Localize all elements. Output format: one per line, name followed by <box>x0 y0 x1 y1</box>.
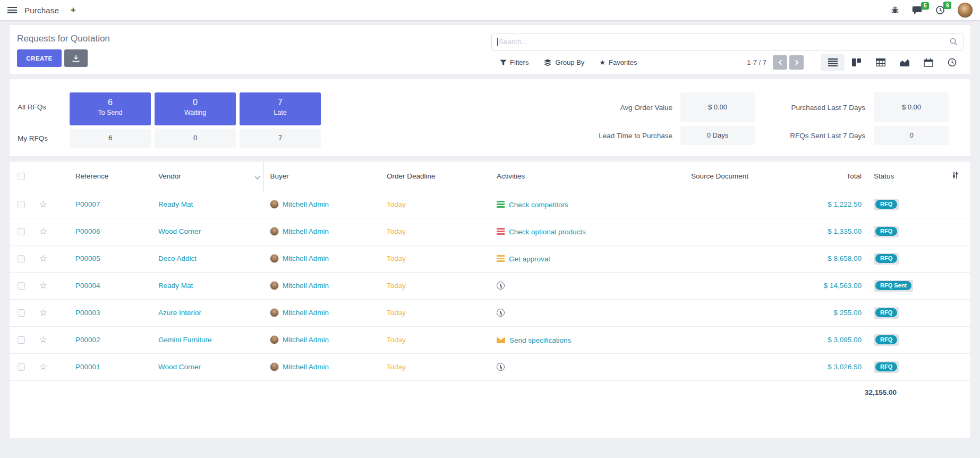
user-avatar[interactable] <box>958 3 973 18</box>
favorites-star-icon: ★ <box>599 58 606 66</box>
reference-link[interactable]: P00002 <box>75 336 100 344</box>
my-to-send-count[interactable]: 6 <box>70 129 151 148</box>
messages-button[interactable]: 5 <box>912 6 923 15</box>
favorite-star-icon[interactable]: ☆ <box>39 253 47 264</box>
favorite-star-icon[interactable]: ☆ <box>39 281 47 291</box>
app-menu-title[interactable]: Purchase <box>24 6 59 15</box>
vendor-link[interactable]: Gemini Furniture <box>158 336 212 344</box>
search-icon[interactable] <box>949 37 958 46</box>
buyer-link[interactable]: Mitchell Admin <box>283 227 329 235</box>
buyer-link[interactable]: Mitchell Admin <box>283 200 329 208</box>
column-header-status[interactable]: Status <box>866 162 940 191</box>
tile-waiting[interactable]: 0 Waiting <box>155 92 236 125</box>
table-row[interactable]: ☆ P00007 Ready Mat Mitchell Admin Today … <box>10 191 970 218</box>
vendor-link[interactable]: Ready Mat <box>158 282 193 290</box>
column-header-source-document[interactable]: Source Document <box>659 162 781 191</box>
column-header-activities[interactable]: Activities <box>489 162 659 191</box>
activity-label[interactable]: Check competitors <box>509 200 568 208</box>
vendor-link[interactable]: Azure Interior <box>158 309 201 317</box>
avg-order-value: $ 0.00 <box>680 92 755 122</box>
activity-label[interactable]: Send specifications <box>509 336 571 344</box>
pager-next-button[interactable] <box>789 55 804 70</box>
buyer-link[interactable]: Mitchell Admin <box>283 309 329 317</box>
view-graph-button[interactable] <box>892 54 916 71</box>
view-list-button[interactable] <box>821 54 845 71</box>
row-checkbox[interactable] <box>18 228 25 235</box>
favorite-star-icon[interactable]: ☆ <box>39 308 47 318</box>
reference-link[interactable]: P00003 <box>75 309 100 317</box>
column-header-reference[interactable]: Reference <box>64 162 149 191</box>
activity-clock-icon[interactable] <box>497 282 505 290</box>
reference-link[interactable]: P00006 <box>75 227 100 235</box>
buyer-link[interactable]: Mitchell Admin <box>283 336 329 344</box>
activity-list-icon[interactable] <box>497 255 505 262</box>
my-late-count[interactable]: 7 <box>240 129 321 148</box>
reference-link[interactable]: P00001 <box>75 363 100 371</box>
filters-button[interactable]: Filters <box>500 58 529 66</box>
vendor-link[interactable]: Ready Mat <box>158 200 193 208</box>
column-header-buyer[interactable]: Buyer <box>263 162 380 191</box>
group-by-button[interactable]: Group By <box>543 58 584 66</box>
buyer-link[interactable]: Mitchell Admin <box>283 363 329 371</box>
column-header-vendor[interactable]: Vendor <box>149 162 263 191</box>
view-calendar-button[interactable] <box>916 54 940 71</box>
reference-link[interactable]: P00007 <box>75 200 100 208</box>
total-amount: $ 1,222.50 <box>828 200 862 208</box>
activity-view-icon <box>948 58 957 67</box>
buyer-link[interactable]: Mitchell Admin <box>283 255 329 262</box>
table-row[interactable]: ☆ P00002 Gemini Furniture Mitchell Admin… <box>10 326 970 353</box>
navbar-right: 5 9 <box>891 3 973 18</box>
favorite-star-icon[interactable]: ☆ <box>39 226 47 236</box>
my-waiting-count[interactable]: 0 <box>155 129 236 148</box>
table-row[interactable]: ☆ P00006 Wood Corner Mitchell Admin Toda… <box>10 218 970 245</box>
activity-list-icon[interactable] <box>497 201 505 208</box>
activity-label[interactable]: Check optional products <box>509 227 586 235</box>
column-header-order-deadline[interactable]: Order Deadline <box>380 162 489 191</box>
view-activity-button[interactable] <box>940 54 964 71</box>
export-button[interactable] <box>64 49 88 67</box>
column-header-total[interactable]: Total <box>781 162 866 191</box>
buyer-link[interactable]: Mitchell Admin <box>283 282 329 290</box>
table-row[interactable]: ☆ P00003 Azure Interior Mitchell Admin T… <box>10 299 970 326</box>
tile-to-send[interactable]: 6 To Send <box>70 92 151 125</box>
search-panel: Search... Filters Group By <box>491 25 964 74</box>
vendor-link[interactable]: Deco Addict <box>158 255 197 262</box>
activity-clock-icon[interactable] <box>497 309 505 317</box>
favorite-star-icon[interactable]: ☆ <box>39 362 47 372</box>
reference-link[interactable]: P00005 <box>75 255 100 262</box>
row-checkbox[interactable] <box>18 201 25 208</box>
row-checkbox[interactable] <box>18 309 25 317</box>
activity-clock-icon[interactable] <box>497 363 505 371</box>
table-row[interactable]: ☆ P00001 Wood Corner Mitchell Admin Toda… <box>10 353 970 380</box>
pager-prev-button[interactable] <box>773 55 787 70</box>
activities-button[interactable]: 9 <box>935 5 945 15</box>
favorite-star-icon[interactable]: ☆ <box>39 199 47 209</box>
row-checkbox[interactable] <box>18 282 25 290</box>
reference-link[interactable]: P00004 <box>75 282 100 290</box>
rfqs-sent-value: 0 <box>874 126 949 145</box>
row-checkbox[interactable] <box>18 255 25 262</box>
table-footer-row: 32,155.00 <box>10 380 970 404</box>
row-checkbox[interactable] <box>18 336 25 344</box>
activity-list-icon[interactable] <box>497 228 505 235</box>
optional-columns-button[interactable] <box>940 162 970 191</box>
vendor-link[interactable]: Wood Corner <box>158 227 201 235</box>
table-row[interactable]: ☆ P00004 Ready Mat Mitchell Admin Today … <box>10 272 970 299</box>
tile-late[interactable]: 7 Late <box>240 92 321 125</box>
favorites-button[interactable]: ★ Favorites <box>599 58 637 66</box>
activity-envelope-icon[interactable] <box>497 337 505 343</box>
table-row[interactable]: ☆ P00005 Deco Addict Mitchell Admin Toda… <box>10 245 970 272</box>
view-pivot-button[interactable] <box>868 54 892 71</box>
plus-icon[interactable]: + <box>71 5 75 15</box>
chevron-down-icon[interactable] <box>254 174 260 179</box>
favorite-star-icon[interactable]: ☆ <box>39 335 47 345</box>
hamburger-menu-icon[interactable] <box>7 7 17 13</box>
search-input[interactable]: Search... <box>491 33 964 50</box>
row-checkbox[interactable] <box>18 363 25 371</box>
debug-bug-icon[interactable] <box>891 6 899 14</box>
activity-label[interactable]: Get approval <box>509 255 550 262</box>
vendor-link[interactable]: Wood Corner <box>158 363 201 371</box>
select-all-checkbox[interactable] <box>18 173 25 180</box>
create-button[interactable]: CREATE <box>17 49 62 67</box>
view-kanban-button[interactable] <box>845 54 868 71</box>
